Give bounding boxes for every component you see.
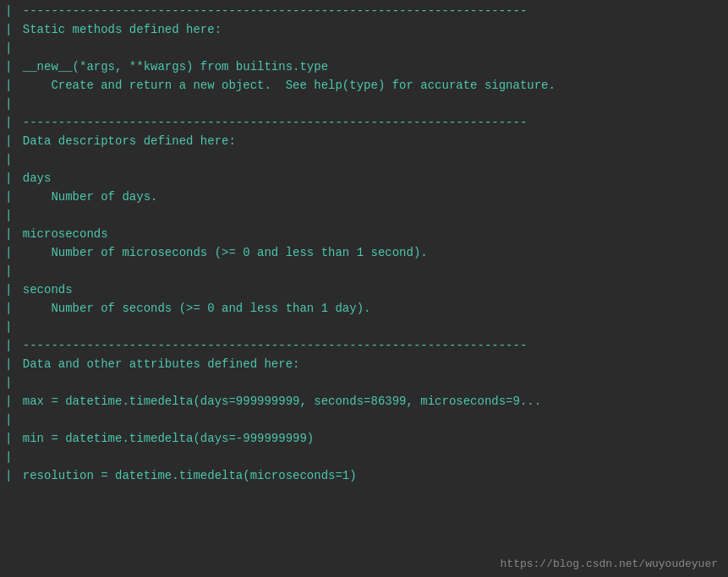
terminal-line: | min = datetime.timedelta(days=-9999999… xyxy=(0,431,728,449)
terminal-line: | --------------------------------------… xyxy=(0,3,728,22)
terminal-line: | Number of microseconds (>= 0 and less … xyxy=(0,245,728,264)
terminal-line: | max = datetime.timedelta(days=99999999… xyxy=(0,394,728,412)
line-content: ----------------------------------------… xyxy=(15,116,728,129)
terminal-line: | Number of days. xyxy=(0,189,728,208)
terminal-line: | microseconds xyxy=(0,226,728,245)
terminal-line: | xyxy=(0,208,728,226)
terminal-line: | xyxy=(0,96,728,115)
line-content: microseconds xyxy=(15,227,728,241)
pipe-char: | xyxy=(0,432,15,445)
pipe-char: | xyxy=(0,60,15,73)
pipe-char: | xyxy=(0,376,15,389)
pipe-char: | xyxy=(0,450,15,464)
terminal-line: | xyxy=(0,449,728,468)
terminal-line: | seconds xyxy=(0,282,728,301)
line-content: __new__(*args, **kwargs) from builtins.t… xyxy=(15,60,728,73)
line-content: ----------------------------------------… xyxy=(15,4,728,18)
terminal-line: | Data and other attributes defined here… xyxy=(0,357,728,375)
pipe-char: | xyxy=(0,320,15,334)
terminal-line: | days xyxy=(0,171,728,189)
line-content: max = datetime.timedelta(days=999999999,… xyxy=(15,395,728,408)
line-content: Data descriptors defined here: xyxy=(15,134,728,148)
pipe-char: | xyxy=(0,23,15,36)
pipe-char: | xyxy=(0,339,15,352)
line-content: days xyxy=(15,171,728,185)
terminal-line: | xyxy=(0,319,728,338)
pipe-char: | xyxy=(0,116,15,129)
pipe-char: | xyxy=(0,246,15,259)
line-content: Number of microseconds (>= 0 and less th… xyxy=(15,246,728,259)
terminal-line: | Data descriptors defined here: xyxy=(0,133,728,152)
pipe-char: | xyxy=(0,153,15,166)
pipe-char: | xyxy=(0,283,15,297)
terminal-line: | --------------------------------------… xyxy=(0,115,728,133)
line-content: ----------------------------------------… xyxy=(15,339,728,352)
line-content: Number of days. xyxy=(15,190,728,204)
pipe-char: | xyxy=(0,413,15,427)
pipe-char: | xyxy=(0,227,15,241)
line-content: Data and other attributes defined here: xyxy=(15,357,728,371)
terminal-line: | xyxy=(0,412,728,431)
terminal-line: | Number of seconds (>= 0 and less than … xyxy=(0,301,728,319)
line-content: seconds xyxy=(15,283,728,297)
pipe-char: | xyxy=(0,171,15,185)
line-content: Create and return a new object. See help… xyxy=(15,79,728,92)
line-content: Static methods defined here: xyxy=(15,23,728,36)
watermark: https://blog.csdn.net/wuyoudeyuer xyxy=(501,558,718,570)
pipe-char: | xyxy=(0,302,15,315)
pipe-char: | xyxy=(0,41,15,55)
terminal-line: | Create and return a new object. See he… xyxy=(0,78,728,96)
terminal-line: | Static methods defined here: xyxy=(0,22,728,41)
pipe-char: | xyxy=(0,209,15,222)
terminal-line: | xyxy=(0,152,728,171)
pipe-char: | xyxy=(0,469,15,482)
terminal-line: | xyxy=(0,375,728,394)
pipe-char: | xyxy=(0,264,15,278)
pipe-char: | xyxy=(0,4,15,18)
terminal-line: | --------------------------------------… xyxy=(0,338,728,357)
terminal-window: | --------------------------------------… xyxy=(0,0,728,577)
line-content: Number of seconds (>= 0 and less than 1 … xyxy=(15,302,728,315)
pipe-char: | xyxy=(0,395,15,408)
pipe-char: | xyxy=(0,97,15,111)
pipe-char: | xyxy=(0,134,15,148)
terminal-line: | xyxy=(0,41,728,59)
pipe-char: | xyxy=(0,79,15,92)
pipe-char: | xyxy=(0,190,15,204)
terminal-line: | xyxy=(0,264,728,282)
line-content: resolution = datetime.timedelta(microsec… xyxy=(15,469,728,482)
terminal-line: | __new__(*args, **kwargs) from builtins… xyxy=(0,59,728,78)
pipe-char: | xyxy=(0,357,15,371)
line-content: min = datetime.timedelta(days=-999999999… xyxy=(15,432,728,445)
terminal-line: | resolution = datetime.timedelta(micros… xyxy=(0,468,728,487)
